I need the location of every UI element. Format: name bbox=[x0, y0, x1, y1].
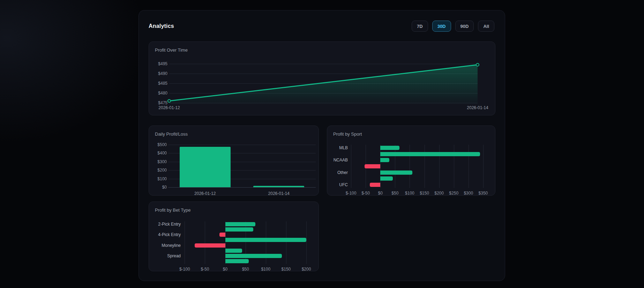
line-chart-profit-over-time: $475$480$485$490$4952026-01-122026-01-14 bbox=[149, 42, 495, 115]
category-label: Spread bbox=[149, 253, 181, 258]
data-point-marker bbox=[476, 63, 479, 66]
panel-profit-by-sport: Profit by Sport $-100$-50$0$50$100$150$2… bbox=[327, 126, 495, 196]
time-range-selector: 7D30D90DAll bbox=[412, 21, 494, 32]
range-button-30d[interactable]: 30D bbox=[432, 21, 451, 32]
range-button-90d[interactable]: 90D bbox=[455, 21, 474, 32]
analytics-page: Analytics 7D30D90DAll Profit Over Time $… bbox=[0, 0, 644, 288]
category-label: MLB bbox=[327, 145, 348, 150]
bar-segment bbox=[253, 186, 304, 187]
gridline bbox=[395, 145, 395, 188]
bar-chart-daily-profit-loss: $0$100$200$300$400$5002026-01-122026-01-… bbox=[149, 126, 319, 195]
card-header: Analytics 7D30D90DAll bbox=[149, 21, 494, 32]
y-axis-tick-label: $400 bbox=[149, 151, 167, 156]
range-button-all[interactable]: All bbox=[478, 21, 494, 32]
gridline bbox=[454, 145, 454, 188]
gridline bbox=[425, 145, 425, 188]
category-label: 4-Pick Entry bbox=[149, 232, 181, 237]
category-label: Moneyline bbox=[149, 243, 181, 248]
gridline bbox=[351, 145, 351, 188]
gridline bbox=[205, 221, 205, 264]
x-axis-tick-label: $-50 bbox=[194, 267, 215, 272]
bar-segment bbox=[225, 254, 282, 258]
bar-segment bbox=[380, 176, 392, 181]
category-label: 2-Pick Entry bbox=[149, 222, 181, 227]
y-axis-tick-label: $300 bbox=[149, 159, 167, 164]
gridline bbox=[306, 221, 307, 264]
bar-segment bbox=[180, 147, 231, 187]
bar-segment bbox=[225, 259, 249, 263]
x-axis-tick-label: $100 bbox=[255, 267, 276, 272]
range-button-7d[interactable]: 7D bbox=[412, 21, 428, 32]
x-axis-tick-label: $200 bbox=[296, 267, 317, 272]
hbar-chart-profit-by-bet-type: $-100$-50$0$50$100$150$2002-Pick Entry4-… bbox=[149, 202, 319, 271]
x-axis-tick-label: $-100 bbox=[174, 267, 195, 272]
x-axis-tick-label: $350 bbox=[473, 191, 494, 196]
line-series bbox=[149, 42, 495, 115]
category-label: NCAAB bbox=[327, 158, 348, 162]
bar-segment bbox=[370, 183, 380, 187]
gridline bbox=[168, 187, 316, 188]
panel-profit-over-time: Profit Over Time $475$480$485$490$495202… bbox=[149, 41, 495, 115]
gridline bbox=[483, 145, 484, 188]
bar-segment bbox=[195, 243, 225, 248]
hbar-chart-profit-by-sport: $-100$-50$0$50$100$150$200$250$300$350ML… bbox=[327, 126, 495, 195]
page-title: Analytics bbox=[149, 23, 174, 29]
gridline bbox=[410, 145, 410, 188]
panel-profit-by-bet-type: Profit by Bet Type $-100$-50$0$50$100$15… bbox=[149, 202, 319, 271]
category-label: UFC bbox=[327, 182, 348, 187]
gridline bbox=[439, 145, 440, 188]
category-label: Other bbox=[327, 170, 348, 175]
bar-segment bbox=[225, 249, 242, 253]
x-axis-tick-label: $0 bbox=[215, 267, 236, 272]
bar-segment bbox=[225, 238, 307, 242]
bar-segment bbox=[380, 158, 389, 162]
y-axis-tick-label: $0 bbox=[149, 185, 167, 190]
gridline bbox=[469, 145, 469, 188]
x-axis-tick-label: $150 bbox=[276, 267, 297, 272]
bar-segment bbox=[219, 233, 225, 237]
bar-segment bbox=[225, 222, 255, 226]
panel-daily-profit-loss: Daily Profit/Loss $0$100$200$300$400$500… bbox=[149, 126, 319, 196]
bar-segment bbox=[380, 170, 412, 175]
gridline bbox=[168, 145, 316, 145]
y-axis-tick-label: $100 bbox=[149, 176, 167, 181]
bar-segment bbox=[225, 227, 253, 232]
data-point-marker bbox=[168, 99, 171, 102]
x-axis-tick-label: 2026-01-12 bbox=[181, 191, 230, 196]
x-axis-tick-label: $50 bbox=[235, 267, 256, 272]
gridline bbox=[380, 145, 381, 188]
bar-segment bbox=[365, 164, 380, 168]
bar-segment bbox=[380, 146, 399, 150]
gridline bbox=[185, 221, 185, 264]
gridline bbox=[286, 221, 286, 264]
x-axis-tick-label: 2026-01-14 bbox=[254, 191, 303, 196]
y-axis-tick-label: $500 bbox=[149, 142, 167, 147]
bar-segment bbox=[380, 152, 480, 156]
y-axis-tick-label: $200 bbox=[149, 168, 167, 173]
analytics-card: Analytics 7D30D90DAll Profit Over Time $… bbox=[138, 10, 505, 281]
